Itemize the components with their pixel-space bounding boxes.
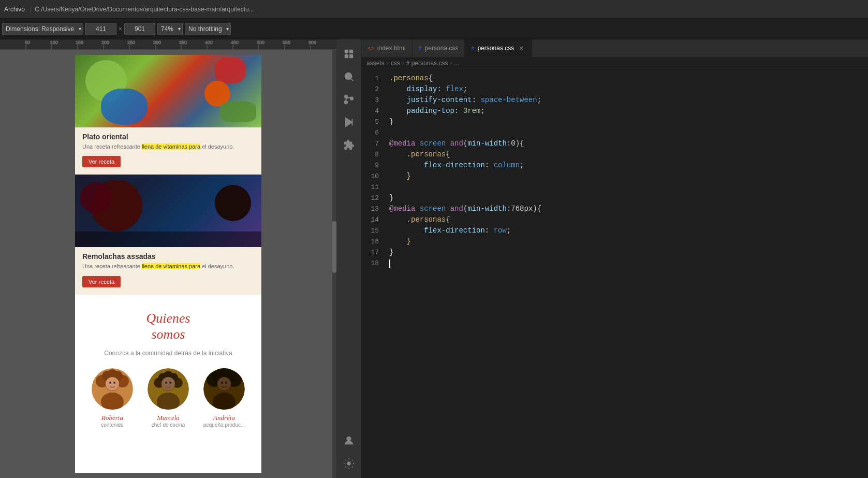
svg-point-33	[106, 377, 119, 390]
code-editor[interactable]: 1 2 3 4 5 6 7 8 9 10 11 12 13 14 15 16 1…	[361, 69, 868, 478]
tab-label-persona: persona.css	[425, 45, 459, 52]
preview-container[interactable]: Plato oriental Una receta refrescante ll…	[0, 50, 336, 478]
activity-bar-bottom	[339, 430, 359, 478]
tab-icon-personas-css: #	[471, 45, 474, 51]
code-line-7: @media screen and(min-width:0){	[389, 138, 868, 149]
svg-rect-60	[344, 54, 348, 58]
svg-text:400: 400	[205, 40, 213, 45]
ver-receta-btn-2[interactable]: Ver receta	[82, 276, 121, 287]
quienes-section: Quienes somos Conozca a la comunidad det…	[75, 295, 261, 443]
tab-persona-css[interactable]: # persona.css	[413, 39, 465, 57]
svg-point-44	[161, 377, 175, 390]
breadcrumb-sep-2: ›	[402, 60, 404, 67]
persona-role-roberta: contenido	[101, 422, 123, 428]
sidebar-item-explorer[interactable]	[339, 44, 359, 64]
persona-avatar-marcela	[148, 368, 189, 410]
svg-text:50: 50	[25, 40, 30, 45]
svg-point-69	[347, 437, 350, 441]
code-line-12: }	[389, 193, 868, 204]
ruler: 50 100 150 200 250 300 350 400 450 500 5…	[0, 39, 336, 50]
svg-point-65	[344, 101, 347, 104]
breadcrumb-sep-1: ›	[387, 60, 389, 67]
tab-index-html[interactable]: <> index.html	[361, 39, 413, 57]
scrollbar-thumb[interactable]	[332, 221, 336, 273]
recipe-text-1: Plato oriental Una receta refrescante ll…	[75, 127, 261, 175]
svg-point-57	[225, 382, 227, 384]
height-input[interactable]	[124, 23, 155, 35]
recipe-text-2: Remolachas assadas Una receta refrescant…	[75, 247, 261, 294]
tab-personas-css[interactable]: # personas.css ×	[465, 39, 532, 57]
svg-point-55	[217, 377, 231, 390]
throttle-select[interactable]: No throttling	[185, 23, 231, 35]
mobile-frame[interactable]: Plato oriental Una receta refrescante ll…	[75, 55, 261, 473]
svg-text:100: 100	[50, 40, 58, 45]
svg-point-66	[350, 97, 353, 100]
svg-text:600: 600	[308, 40, 316, 45]
code-line-4: padding-top: 3rem;	[389, 106, 868, 117]
breadcrumb-assets[interactable]: assets	[366, 60, 385, 67]
preview-content: Plato oriental Una receta refrescante ll…	[75, 55, 261, 443]
quienes-desc: Conozca a la comunidad detrás de la inic…	[85, 349, 251, 358]
width-input[interactable]	[85, 23, 116, 35]
personas-grid: Roberta contenido	[85, 368, 251, 428]
dimensions-select[interactable]: Dimensions: Responsive	[2, 23, 83, 35]
sidebar-item-source-control[interactable]	[339, 89, 359, 110]
code-line-18[interactable]	[389, 258, 868, 269]
dimension-separator: ×	[119, 25, 122, 33]
svg-point-34	[109, 382, 111, 384]
tab-close-personas[interactable]: ×	[517, 44, 525, 52]
ver-receta-btn-1[interactable]: Ver receta	[82, 156, 121, 167]
svg-point-64	[344, 95, 347, 98]
svg-text:200: 200	[101, 40, 109, 45]
code-line-3: justify-content: space-between;	[389, 95, 868, 106]
sidebar-item-run[interactable]	[339, 112, 359, 133]
tab-label-index: index.html	[377, 45, 406, 52]
svg-point-46	[169, 382, 171, 384]
toolbar: Dimensions: Responsive × 74% No throttli…	[0, 19, 868, 39]
code-line-8: .personas{	[389, 149, 868, 160]
svg-point-62	[345, 73, 351, 80]
breadcrumb-css[interactable]: css	[391, 60, 400, 67]
tab-bar: <> index.html # persona.css # personas.c…	[361, 39, 868, 57]
svg-rect-61	[349, 54, 352, 58]
breadcrumb-sep-3: ›	[450, 60, 452, 67]
window-path: C:/Users/Kenya/OneDrive/Documentos/arqui…	[35, 6, 254, 13]
tab-icon-html: <>	[367, 45, 374, 51]
recipe-desc-2: Una receta refrescante llena de vitamina…	[82, 263, 254, 270]
recipe-title-1: Plato oriental	[82, 133, 254, 141]
sidebar-item-search[interactable]	[339, 66, 359, 87]
svg-text:150: 150	[76, 40, 83, 45]
recipe-image-beets	[75, 175, 261, 247]
dimensions-select-wrapper[interactable]: Dimensions: Responsive	[2, 23, 83, 35]
code-line-17: }	[389, 247, 868, 258]
persona-role-andreia: pequeña produc...	[203, 422, 245, 428]
code-line-13: @media screen and(min-width:768px){	[389, 204, 868, 214]
persona-roberta: Roberta contenido	[86, 368, 138, 428]
recipe-card-2: Remolachas assadas Una receta refrescant…	[75, 175, 261, 294]
persona-andreia: Andréia pequeña produc...	[198, 368, 250, 428]
svg-rect-58	[344, 50, 348, 53]
code-line-6	[389, 127, 868, 138]
persona-name-marcela: Marcela	[157, 414, 180, 422]
svg-text:500: 500	[257, 40, 264, 45]
quienes-title: Quienes somos	[85, 310, 251, 342]
recipe-image-salad	[75, 55, 261, 127]
browser-preview-panel: 50 100 150 200 250 300 350 400 450 500 5…	[0, 39, 336, 478]
menu-archivo[interactable]: Archivo	[4, 6, 25, 13]
svg-point-35	[113, 382, 115, 384]
zoom-select-wrapper[interactable]: 74%	[157, 23, 183, 35]
sidebar-item-extensions[interactable]	[339, 135, 359, 155]
persona-avatar-andreia	[203, 368, 245, 410]
activity-bar	[336, 39, 361, 478]
breadcrumb-file[interactable]: # personas.css	[406, 60, 448, 67]
svg-marker-67	[345, 118, 352, 127]
zoom-select[interactable]: 74%	[157, 23, 183, 35]
throttle-select-wrapper[interactable]: No throttling	[185, 23, 231, 35]
sidebar-item-settings[interactable]	[339, 453, 359, 474]
persona-role-marcela: chef de cocina	[152, 422, 185, 428]
top-bar: Archivo | C:/Users/Kenya/OneDrive/Docume…	[0, 0, 868, 19]
code-content[interactable]: .personas{ display: flex; justify-conten…	[387, 69, 868, 478]
sidebar-item-account[interactable]	[339, 430, 359, 451]
code-line-16: }	[389, 236, 868, 247]
code-line-14: .personas{	[389, 214, 868, 225]
